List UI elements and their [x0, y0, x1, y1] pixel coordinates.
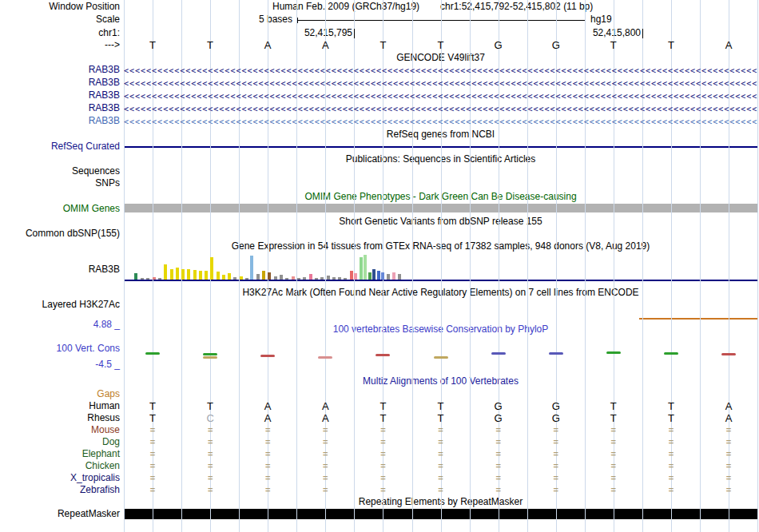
conservation-mark[interactable]	[318, 356, 332, 359]
gtex-expression-bar[interactable]	[153, 277, 156, 280]
multiz-species-label[interactable]: Chicken	[0, 461, 120, 471]
conservation-mark[interactable]	[721, 353, 736, 355]
gtex-expression-bar[interactable]	[134, 273, 137, 280]
gtex-expression-bar[interactable]	[381, 272, 384, 280]
multiz-species-label[interactable]: Zebrafish	[0, 485, 120, 495]
gtex-expression-bar[interactable]	[292, 276, 295, 280]
conservation-mark[interactable]	[606, 351, 621, 354]
conservation-mark[interactable]	[549, 352, 563, 355]
multiz-species-label[interactable]: Human	[0, 401, 120, 411]
gtex-expression-bar[interactable]	[368, 272, 372, 280]
alignment-gap-mark: =	[669, 425, 674, 435]
gtex-expression-bar[interactable]	[344, 278, 347, 280]
gtex-expression-bar[interactable]	[327, 276, 330, 280]
gtex-expression-bar[interactable]	[210, 257, 213, 280]
gtex-expression-bar[interactable]	[297, 278, 300, 280]
gtex-expression-bar[interactable]	[228, 273, 231, 280]
gtex-expression-bar[interactable]	[170, 269, 173, 280]
omim-genes-label[interactable]: OMIM Genes	[0, 204, 120, 214]
multiz-species-label[interactable]: Dog	[0, 437, 120, 447]
gtex-expression-bar[interactable]	[320, 277, 324, 280]
snps-label[interactable]: SNPs	[0, 178, 120, 189]
alignment-base: T	[380, 401, 386, 411]
gtex-expression-bar[interactable]	[181, 269, 185, 280]
gtex-expression-bar[interactable]	[164, 264, 167, 280]
gtex-expression-bar[interactable]	[158, 278, 161, 280]
gencode-item-label[interactable]: RAB3B	[0, 103, 120, 113]
gtex-expression-bar[interactable]	[315, 278, 318, 280]
gtex-expression-bar[interactable]	[360, 257, 363, 280]
conservation-mark[interactable]	[203, 353, 217, 355]
gtex-expression-bar[interactable]	[250, 256, 253, 280]
gtex-expression-bar[interactable]	[222, 275, 225, 280]
alignment-gap-mark: =	[726, 473, 731, 483]
gtex-expression-bar[interactable]	[176, 268, 179, 280]
conservation-mark[interactable]	[434, 356, 448, 359]
gtex-expression-bar[interactable]	[364, 255, 367, 280]
repeatmasker-label[interactable]: RepeatMasker	[0, 509, 120, 519]
gtex-gene-label[interactable]: RAB3B	[0, 264, 120, 275]
gaps-label[interactable]: Gaps	[0, 389, 120, 399]
conservation-mark[interactable]	[491, 352, 506, 355]
gtex-expression-bar[interactable]	[233, 277, 236, 280]
gencode-transcript-line[interactable]: <<<<<<<<<<<<<<<<<<<<<<<<<<<<<<<<<<<<<<<<…	[124, 116, 757, 128]
conservation-mark[interactable]	[260, 355, 275, 357]
gencode-item-label[interactable]: RAB3B	[0, 65, 120, 75]
gtex-expression-bar[interactable]	[193, 270, 197, 280]
gtex-expression-bar[interactable]	[146, 278, 149, 280]
gtex-expression-bar[interactable]	[377, 271, 380, 280]
gtex-expression-bar[interactable]	[240, 276, 243, 280]
gencode-transcript-line[interactable]: <<<<<<<<<<<<<<<<<<<<<<<<<<<<<<<<<<<<<<<<…	[124, 77, 757, 89]
alignment-base: G	[552, 401, 560, 411]
gtex-expression-bar[interactable]	[338, 277, 341, 280]
conservation-mark[interactable]	[145, 352, 160, 355]
gtex-expression-bar[interactable]	[387, 274, 390, 280]
gtex-expression-bar[interactable]	[205, 271, 208, 280]
gtex-expression-bar[interactable]	[285, 278, 288, 280]
conservation-mark[interactable]	[664, 352, 678, 355]
gtex-expression-bar[interactable]	[303, 277, 306, 280]
gtex-expression-bar[interactable]	[280, 275, 283, 280]
gtex-expression-bar[interactable]	[398, 274, 401, 280]
h3k27ac-label[interactable]: Layered H3K27Ac	[0, 300, 120, 310]
multiz-species-label[interactable]: Elephant	[0, 449, 120, 459]
gencode-item-label[interactable]: RAB3B	[0, 77, 120, 88]
gtex-expression-bar[interactable]	[245, 278, 248, 280]
conservation-mark[interactable]	[376, 354, 390, 356]
gtex-expression-bar[interactable]	[256, 274, 260, 280]
gtex-expression-bar[interactable]	[350, 271, 353, 280]
alignment-gap-mark: =	[553, 485, 558, 495]
window-position-label: Window Position	[0, 2, 120, 12]
alignment-gap-mark: =	[726, 485, 731, 495]
gtex-expression-bar[interactable]	[141, 278, 144, 280]
gtex-expression-bar[interactable]	[332, 277, 336, 280]
gtex-expression-bar[interactable]	[217, 272, 220, 280]
gtex-expression-bar[interactable]	[274, 276, 277, 280]
conservation-mark[interactable]	[203, 356, 217, 359]
gencode-transcript-line[interactable]: <<<<<<<<<<<<<<<<<<<<<<<<<<<<<<<<<<<<<<<<…	[124, 90, 757, 102]
gtex-expression-bar[interactable]	[354, 273, 357, 280]
dbsnp-label[interactable]: Common dbSNP(155)	[0, 228, 120, 239]
gencode-transcript-line[interactable]: <<<<<<<<<<<<<<<<<<<<<<<<<<<<<<<<<<<<<<<<…	[124, 103, 757, 115]
refseq-curated-label[interactable]: RefSeq Curated	[0, 141, 120, 152]
gencode-item-label[interactable]: RAB3B	[0, 116, 120, 126]
alignment-gap-mark: =	[208, 425, 213, 435]
multiz-species-label[interactable]: Rhesus	[0, 413, 120, 423]
sequences-label[interactable]: Sequences	[0, 166, 120, 177]
multiz-species-label[interactable]: Mouse	[0, 425, 120, 435]
gtex-expression-bar[interactable]	[262, 271, 265, 280]
conservation-label[interactable]: 100 Vert. Cons	[0, 343, 120, 354]
gtex-expression-bar[interactable]	[268, 272, 271, 280]
gtex-expression-bar[interactable]	[309, 274, 312, 280]
multiz-species-label[interactable]: X_tropicalis	[0, 473, 120, 483]
alignment-gap-mark: =	[265, 461, 270, 471]
alignment-gap-mark: =	[150, 425, 155, 435]
gencode-item-label[interactable]: RAB3B	[0, 90, 120, 101]
gtex-expression-bar[interactable]	[392, 272, 395, 280]
gtex-expression-bar[interactable]	[187, 269, 190, 280]
gtex-expression-bar[interactable]	[372, 269, 376, 280]
h3k27ac-signal[interactable]	[639, 318, 757, 320]
alignment-gap-mark: =	[553, 437, 558, 447]
gtex-expression-bar[interactable]	[199, 271, 202, 280]
gencode-transcript-line[interactable]: <<<<<<<<<<<<<<<<<<<<<<<<<<<<<<<<<<<<<<<<…	[124, 65, 757, 77]
